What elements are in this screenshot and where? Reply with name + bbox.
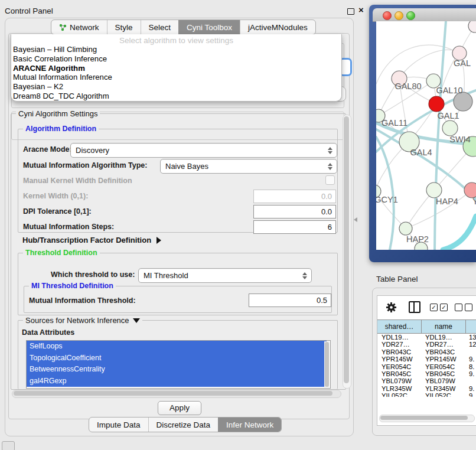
minimize-traffic-light-icon[interactable] <box>395 11 403 20</box>
splitter-arrow-icon[interactable] <box>354 217 357 222</box>
network-node-hap4[interactable] <box>426 182 442 198</box>
algorithm-option-basic-correlation-inference[interactable]: Basic Correlation Inference <box>11 54 341 64</box>
table-cell: YIL052C <box>421 392 465 397</box>
gear-icon[interactable] <box>386 302 397 313</box>
tab-jactivemnodules[interactable]: jActiveMNodules <box>240 20 315 34</box>
table-panel-title: Table Panel <box>376 275 418 283</box>
float-window-icon[interactable] <box>347 8 354 15</box>
deselect-all-icon[interactable] <box>455 304 472 311</box>
column-header-name[interactable]: name <box>422 319 466 334</box>
aracne-mode-select[interactable]: Discovery <box>70 143 337 158</box>
aracne-mode-label: Aracne Mode: <box>23 145 72 154</box>
close-traffic-light-icon[interactable] <box>383 11 392 20</box>
attribute-item-betweennesscentrality[interactable]: BetweennessCentrality <box>27 364 327 376</box>
collapse-arrow-icon[interactable] <box>133 318 140 323</box>
network-node-hap2[interactable] <box>399 222 412 235</box>
tab-label: jActiveMNodules <box>248 23 308 32</box>
tab-label: Discretize Data <box>157 420 211 429</box>
table-row[interactable]: YDR27…YDR27…12 <box>377 341 476 348</box>
table-cell: 9. <box>465 356 476 363</box>
column-header-a[interactable]: A <box>466 319 476 334</box>
table-cell: YPR145W <box>377 356 421 363</box>
tab-impute-data[interactable]: Impute Data <box>89 418 148 432</box>
mi-threshold-field[interactable]: 0.5 <box>249 294 331 307</box>
dropdown-placeholder: Select algorithm to view settings <box>11 34 341 45</box>
panel-corner-button[interactable] <box>2 441 15 450</box>
table-row[interactable]: YIL052CYIL052C9 <box>377 392 476 397</box>
table-cell: 13 <box>465 334 476 341</box>
network-node-label: GCY1 <box>376 195 398 204</box>
table-cell: YBL079W <box>377 377 421 384</box>
table-row[interactable]: YER054CYER054C8. <box>377 363 476 370</box>
algorithm-option-dream8-dc-tdc-algorithm[interactable]: Dream8 DC_TDC Algorithm <box>11 92 341 101</box>
mi-steps-field[interactable]: 6 <box>253 220 336 234</box>
network-window-titlebar[interactable] <box>373 8 476 22</box>
algorithm-definition-title: Algorithm Definition <box>23 125 99 133</box>
tab-cyni-toolbox[interactable]: Cyni Toolbox <box>178 20 240 34</box>
expand-arrow-icon[interactable] <box>157 237 161 244</box>
settings-horizontal-scrollbar-thumb[interactable] <box>14 391 332 396</box>
mi-threshold-definition-title: MI Threshold Definition <box>29 282 116 290</box>
table-cell <box>465 348 476 356</box>
network-node-gal1[interactable] <box>442 120 458 136</box>
table-row[interactable]: YBR045CYBR045C9. <box>377 370 476 377</box>
network-node[interactable] <box>468 21 476 32</box>
hub-section-header[interactable]: Hub/Transcription Factor Definition <box>22 236 161 244</box>
zoom-traffic-light-icon[interactable] <box>406 11 415 20</box>
sources-header[interactable]: Sources for Network Inference <box>23 316 142 325</box>
algorithm-option-bayesian-hill-climbing[interactable]: Bayesian – Hill Climbing <box>11 45 341 54</box>
algorithm-option-aracne-algorithm[interactable]: ARACNE Algorithm <box>11 64 341 73</box>
tab-label: Select <box>149 23 171 32</box>
column-header-shared[interactable]: shared… <box>377 319 422 334</box>
algorithm-option-mutual-information-inference[interactable]: Mutual Information Inference <box>11 73 341 82</box>
apply-button[interactable]: Apply <box>158 401 201 415</box>
tab-infer-network[interactable]: Infer Network <box>218 418 281 432</box>
mi-algorithm-type-select[interactable]: Naive Bayes <box>160 159 337 174</box>
table-horizontal-scrollbar-thumb[interactable] <box>380 416 468 420</box>
close-icon[interactable]: × <box>358 5 364 15</box>
list-scrollbar-thumb[interactable] <box>325 342 329 387</box>
tab-network[interactable]: Network <box>51 20 107 34</box>
dpi-tolerance-field[interactable]: 0.0 <box>253 205 336 219</box>
network-node-label: Y <box>472 197 476 206</box>
data-attributes-list[interactable]: SelfLoopsTopologicalCoefficientBetweenne… <box>26 340 331 389</box>
network-node-y[interactable] <box>464 182 476 198</box>
tab-style[interactable]: Style <box>107 20 141 34</box>
tab-label: Impute Data <box>97 420 141 429</box>
table-cell: YDR27… <box>421 341 465 348</box>
network-canvas[interactable]: GALGAL80GAL10GAL1GAL11SWI4GAL4GCY1HAP4YH… <box>376 21 476 250</box>
table-cell: YLR345W <box>421 385 465 392</box>
table-row[interactable]: YLR345WYLR345W9. <box>377 385 476 392</box>
table-cell: YDL19… <box>421 334 465 341</box>
algorithm-dropdown-popup: Select algorithm to view settings Bayesi… <box>11 34 342 102</box>
network-icon <box>59 24 67 31</box>
control-panel-region: Control Panel × NetworkStyleSelectCyni T… <box>0 0 367 450</box>
attribute-item-topologicalcoefficient[interactable]: TopologicalCoefficient <box>27 353 327 364</box>
tab-discretize-data[interactable]: Discretize Data <box>148 418 219 432</box>
table-panel: ✓✓ shared…nameA YDL19…YDL19…13YDR27…YDR2… <box>372 288 476 436</box>
combo-arrows-icon <box>325 147 335 154</box>
table-row[interactable]: YDL19…YDL19…13 <box>377 334 476 341</box>
select-all-icon[interactable]: ✓✓ <box>430 304 448 311</box>
tab-label: Network <box>70 23 99 32</box>
table-row[interactable]: YBL079WYBL079W <box>377 377 476 384</box>
table-cell: YBR045C <box>421 370 465 377</box>
algorithm-option-bayesian-k2[interactable]: Bayesian – K2 <box>11 82 341 92</box>
table-toolbar: ✓✓ <box>377 296 476 318</box>
which-threshold-select[interactable]: MI Threshold <box>138 268 312 283</box>
tab-label: Style <box>115 23 133 32</box>
table-row[interactable]: YPR145WYPR145W9. <box>377 356 476 363</box>
attribute-item-gal4rgexp[interactable]: gal4RGexp <box>27 376 327 387</box>
attribute-item-selfloops[interactable]: SelfLoops <box>27 341 327 353</box>
tab-select[interactable]: Select <box>141 20 179 34</box>
table-cell: YBL079W <box>421 377 465 384</box>
network-node[interactable] <box>429 96 444 112</box>
split-columns-icon[interactable] <box>409 301 420 313</box>
settings-vertical-scrollbar-thumb[interactable] <box>344 116 349 383</box>
kernel-width-label: Kernel Width (0,1): <box>23 192 88 200</box>
mi-steps-label: Mutual Information Steps: <box>23 223 114 231</box>
network-view-window[interactable]: GALGAL80GAL10GAL1GAL11SWI4GAL4GCY1HAP4YH… <box>369 5 476 262</box>
mi-threshold-definition-group: MI Threshold Definition Mutual Informati… <box>24 286 332 313</box>
table-row[interactable]: YBR043CYBR043C <box>377 348 476 356</box>
control-panel-tabs: NetworkStyleSelectCyni ToolboxjActiveMNo… <box>51 19 316 35</box>
